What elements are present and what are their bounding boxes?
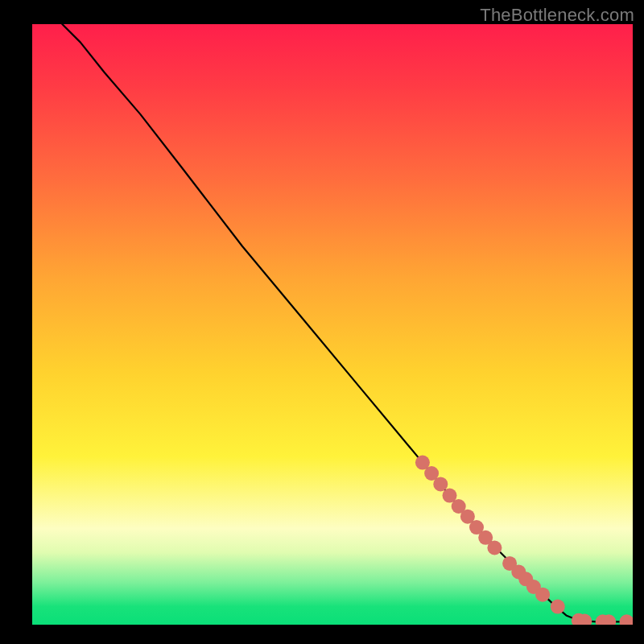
chart-marker	[433, 477, 448, 491]
watermark-text: TheBottleneck.com	[480, 5, 634, 26]
chart-marker	[551, 600, 565, 614]
chart-frame: TheBottleneck.com	[0, 0, 644, 644]
chart-curve	[62, 24, 626, 621]
chart-marker	[487, 541, 502, 555]
chart-markers	[415, 456, 633, 625]
chart-marker	[620, 614, 634, 625]
chart-marker	[535, 588, 550, 602]
chart-overlay	[32, 24, 633, 625]
chart-plot-area	[32, 24, 633, 625]
